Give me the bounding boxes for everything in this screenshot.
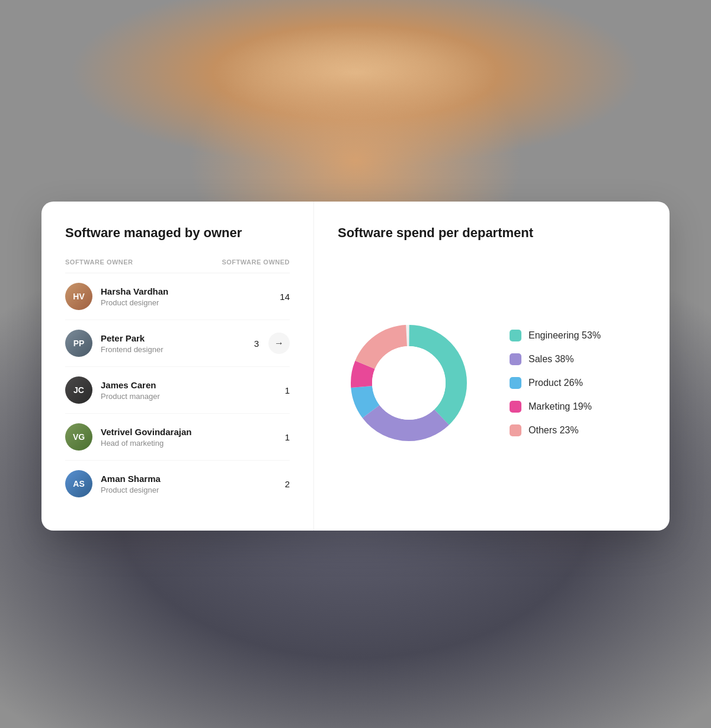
table-row: JC James Caren Product manager 1 [65,367,290,414]
table-row: HV Harsha Vardhan Product designer 14 [65,273,290,320]
table-row: PP Peter Park Frontend designer 3 → [65,320,290,367]
person-name-1: Peter Park [101,333,247,343]
person-name-2: James Caren [101,380,278,390]
legend-label-1: Sales 38% [529,354,574,365]
software-count-4: 2 [278,479,290,489]
legend-label-2: Product 26% [529,378,583,388]
software-count-1: 3 [247,339,259,349]
person-name-0: Harsha Vardhan [101,286,278,296]
legend-label-0: Engineering 53% [529,330,601,341]
col-owner-header: SOFTWARE OWNER [65,258,133,266]
legend-item-1: Sales 38% [510,353,601,365]
left-panel: Software managed by owner SOFTWARE OWNER… [41,202,314,531]
legend-color-4 [510,424,521,436]
donut-center [372,346,446,420]
legend-item-4: Others 23% [510,424,601,436]
legend-item-2: Product 26% [510,377,601,389]
right-panel-title: Software spend per department [338,225,646,241]
legend-color-2 [510,377,521,389]
person-role-3: Head of marketing [101,439,278,448]
person-name-4: Aman Sharma [101,474,278,484]
arrow-button-1[interactable]: → [268,333,290,354]
left-panel-title: Software managed by owner [65,225,290,241]
software-count-2: 1 [278,385,290,395]
table-row: AS Aman Sharma Product designer 2 [65,461,290,507]
avatar-2: JC [65,376,92,404]
legend-color-0 [510,330,521,341]
legend-color-3 [510,401,521,413]
person-role-0: Product designer [101,298,278,307]
donut-chart [338,312,480,454]
avatar-1: PP [65,330,92,357]
person-role-1: Frontend designer [101,345,247,354]
legend-label-3: Marketing 19% [529,401,592,412]
table-header: SOFTWARE OWNER SOFTWARE OWNED [65,258,290,273]
avatar-0: HV [65,283,92,310]
donut-svg [338,312,480,454]
legend-color-1 [510,353,521,365]
legend: Engineering 53% Sales 38% Product 26% Ma… [510,330,601,436]
avatar-3: VG [65,423,92,451]
avatar-4: AS [65,470,92,497]
person-info-3: Vetrivel Govindarajan Head of marketing [101,427,278,448]
person-info-1: Peter Park Frontend designer [101,333,247,354]
right-panel: Software spend per department [314,202,670,531]
legend-label-4: Others 23% [529,425,578,436]
main-card: Software managed by owner SOFTWARE OWNER… [41,202,670,531]
legend-item-3: Marketing 19% [510,401,601,413]
table-row: VG Vetrivel Govindarajan Head of marketi… [65,414,290,461]
person-role-4: Product designer [101,486,278,494]
person-info-2: James Caren Product manager [101,380,278,401]
software-count-0: 14 [278,292,290,302]
legend-item-0: Engineering 53% [510,330,601,341]
chart-area: Engineering 53% Sales 38% Product 26% Ma… [338,258,646,507]
person-info-4: Aman Sharma Product designer [101,474,278,494]
people-list: HV Harsha Vardhan Product designer 14 PP… [65,273,290,507]
person-info-0: Harsha Vardhan Product designer [101,286,278,307]
col-owned-header: SOFTWARE OWNED [222,258,290,266]
person-role-2: Product manager [101,392,278,401]
person-name-3: Vetrivel Govindarajan [101,427,278,437]
software-count-3: 1 [278,432,290,442]
